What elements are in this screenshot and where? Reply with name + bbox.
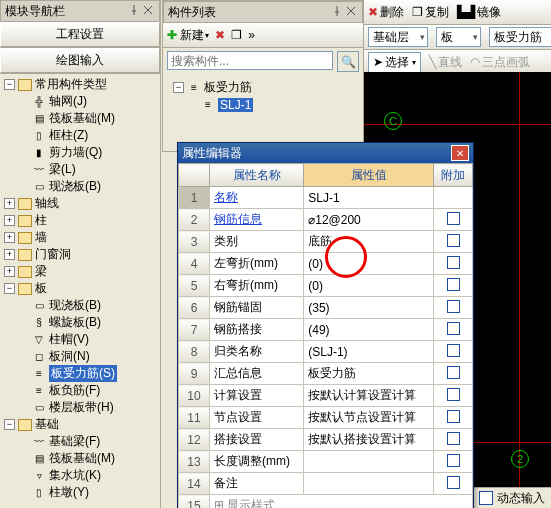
tree-node[interactable]: 柱墩(Y) <box>49 484 89 501</box>
arc-tool[interactable]: ◠三点画弧 <box>470 54 530 71</box>
prop-name-cell[interactable]: 备注 <box>210 473 304 495</box>
checkbox-icon[interactable] <box>447 344 460 357</box>
pin-icon[interactable] <box>129 5 141 17</box>
tree-node[interactable]: 柱帽(V) <box>49 331 89 348</box>
row-number[interactable]: 3 <box>179 231 210 253</box>
prop-extra-cell[interactable] <box>434 319 473 341</box>
row-number[interactable]: 5 <box>179 275 210 297</box>
col-rownum[interactable] <box>179 164 210 187</box>
prop-value-cell[interactable]: (0) <box>304 253 434 275</box>
tree-node[interactable]: 板负筋(F) <box>49 382 100 399</box>
category-combo[interactable]: 板 <box>436 27 481 47</box>
checkbox-icon[interactable] <box>447 234 460 247</box>
row-number[interactable]: 12 <box>179 429 210 451</box>
row-number[interactable]: 10 <box>179 385 210 407</box>
select-tool[interactable]: ➤选择▾ <box>368 52 421 73</box>
property-row[interactable]: 14备注 <box>179 473 473 495</box>
prop-extra-cell[interactable] <box>434 231 473 253</box>
checkbox-icon[interactable] <box>447 212 460 225</box>
expander-icon[interactable]: − <box>4 283 15 294</box>
close-icon[interactable]: ✕ <box>451 145 469 161</box>
prop-value-cell[interactable]: 底筋 <box>304 231 434 253</box>
tree-node[interactable]: 柱 <box>35 212 47 229</box>
search-button[interactable]: 🔍 <box>337 51 359 72</box>
expander-icon[interactable]: − <box>4 79 15 90</box>
tree-node[interactable]: 梁(L) <box>49 161 76 178</box>
property-grid[interactable]: 属性名称 属性值 附加 1名称SLJ-12钢筋信息⌀12@2003类别底筋4左弯… <box>178 163 473 508</box>
col-value[interactable]: 属性值 <box>304 164 434 187</box>
copy-tool[interactable]: ❐复制 <box>412 4 449 21</box>
property-row[interactable]: 2钢筋信息⌀12@200 <box>179 209 473 231</box>
property-row[interactable]: 8归类名称(SLJ-1) <box>179 341 473 363</box>
checkbox-icon[interactable] <box>447 432 460 445</box>
row-number[interactable]: 8 <box>179 341 210 363</box>
component-tree[interactable]: −≡板受力筋 ≡SLJ-1 <box>163 75 363 117</box>
checkbox-icon[interactable] <box>447 256 460 269</box>
mirror-tool[interactable]: ▙▟镜像 <box>457 4 501 21</box>
checkbox-icon[interactable] <box>447 322 460 335</box>
tree-node-selected[interactable]: SLJ-1 <box>218 98 253 112</box>
col-name[interactable]: 属性名称 <box>210 164 304 187</box>
row-number[interactable]: 6 <box>179 297 210 319</box>
tree-node[interactable]: 现浇板(B) <box>49 297 101 314</box>
tree-node[interactable]: 板洞(N) <box>49 348 90 365</box>
prop-name-cell[interactable]: 名称 <box>210 187 304 209</box>
tree-node[interactable]: 楼层板带(H) <box>49 399 114 416</box>
tree-node[interactable]: 集水坑(K) <box>49 467 101 484</box>
tree-node[interactable]: 轴线 <box>35 195 59 212</box>
prop-name-cell[interactable]: ⊞ 显示样式 <box>210 495 473 509</box>
prop-name-cell[interactable]: 归类名称 <box>210 341 304 363</box>
tree-node[interactable]: 轴网(J) <box>49 93 87 110</box>
tree-node[interactable]: 门窗洞 <box>35 246 71 263</box>
tree-node[interactable]: 板受力筋 <box>204 79 252 96</box>
prop-name-cell[interactable]: 钢筋搭接 <box>210 319 304 341</box>
prop-name-cell[interactable]: 左弯折(mm) <box>210 253 304 275</box>
prop-value-cell[interactable]: SLJ-1 <box>304 187 434 209</box>
prop-name-cell[interactable]: 钢筋信息 <box>210 209 304 231</box>
pin-icon[interactable] <box>332 6 344 18</box>
tree-node[interactable]: 现浇板(B) <box>49 178 101 195</box>
tree-node-selected[interactable]: 板受力筋(S) <box>49 365 117 382</box>
prop-value-cell[interactable]: ⌀12@200 <box>304 209 434 231</box>
prop-name-cell[interactable]: 节点设置 <box>210 407 304 429</box>
prop-extra-cell[interactable] <box>434 275 473 297</box>
expander-icon[interactable]: + <box>4 232 15 243</box>
prop-extra-cell[interactable] <box>434 429 473 451</box>
prop-name-cell[interactable]: 钢筋锚固 <box>210 297 304 319</box>
tree-node[interactable]: 基础 <box>35 416 59 433</box>
prop-name-cell[interactable]: 搭接设置 <box>210 429 304 451</box>
delete-tool[interactable]: ✖删除 <box>368 4 404 21</box>
layer-combo[interactable]: 基础层 <box>368 27 428 47</box>
row-number[interactable]: 2 <box>179 209 210 231</box>
checkbox-icon[interactable] <box>447 410 460 423</box>
prop-name-cell[interactable]: 汇总信息 <box>210 363 304 385</box>
prop-extra-cell[interactable] <box>434 297 473 319</box>
prop-name-cell[interactable]: 计算设置 <box>210 385 304 407</box>
prop-value-cell[interactable]: (0) <box>304 275 434 297</box>
close-icon[interactable] <box>346 6 358 18</box>
prop-value-cell[interactable] <box>304 451 434 473</box>
tree-node[interactable]: 板 <box>35 280 47 297</box>
row-number[interactable]: 15 <box>179 495 210 509</box>
prop-value-cell[interactable]: 板受力筋 <box>304 363 434 385</box>
property-row[interactable]: 15⊞ 显示样式 <box>179 495 473 509</box>
tree-node[interactable]: 常用构件类型 <box>35 76 107 93</box>
dynamic-input-checkbox[interactable] <box>479 491 493 505</box>
prop-extra-cell[interactable] <box>434 253 473 275</box>
more-button[interactable]: » <box>248 28 255 42</box>
property-row[interactable]: 9汇总信息板受力筋 <box>179 363 473 385</box>
checkbox-icon[interactable] <box>447 366 460 379</box>
row-number[interactable]: 4 <box>179 253 210 275</box>
checkbox-icon[interactable] <box>447 454 460 467</box>
property-row[interactable]: 11节点设置按默认节点设置计算 <box>179 407 473 429</box>
row-number[interactable]: 1 <box>179 187 210 209</box>
tree-node[interactable]: 筏板基础(M) <box>49 110 115 127</box>
expander-icon[interactable]: + <box>4 266 15 277</box>
expand-icon[interactable]: ⊞ <box>214 498 227 508</box>
prop-name-cell[interactable]: 长度调整(mm) <box>210 451 304 473</box>
prop-value-cell[interactable]: (49) <box>304 319 434 341</box>
property-row[interactable]: 13长度调整(mm) <box>179 451 473 473</box>
col-extra[interactable]: 附加 <box>434 164 473 187</box>
property-editor-titlebar[interactable]: 属性编辑器 ✕ <box>178 143 473 163</box>
property-row[interactable]: 12搭接设置按默认搭接设置计算 <box>179 429 473 451</box>
